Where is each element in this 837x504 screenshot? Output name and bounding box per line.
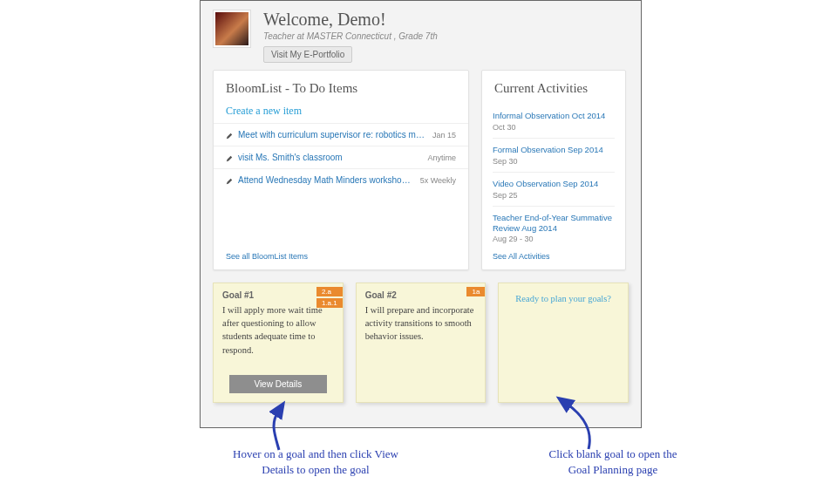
bloom-item-text[interactable]: visit Ms. Smith's classroom [238,153,422,162]
dashboard-frame: Welcome, Demo! Teacher at MASTER Connect… [200,0,642,428]
bloomlist-title: BloomList - To Do Items [214,71,468,105]
activity-item[interactable]: Video Observation Sep 2014 Sep 25 [493,172,615,206]
activity-date: Sep 25 [493,191,615,200]
activity-title[interactable]: Formal Observation Sep 2014 [493,145,615,155]
goal-card-2[interactable]: 1a Goal #2 I will prepare and incorporat… [356,283,487,403]
annotation-right: Click blank goal to open the Goal Planni… [539,446,687,477]
visit-eportfolio-button[interactable]: Visit My E-Portfolio [263,46,352,63]
activity-date: Oct 30 [493,123,615,132]
pencil-icon [226,154,233,161]
goal-card-blank[interactable]: Ready to plan your goals? [498,283,629,403]
bloom-row[interactable]: Attend Wednesday Math Minders workshops … [214,168,468,191]
goal-title: Goal #2 [365,290,477,300]
pencil-icon [226,132,233,139]
annotation-left: Hover on a goal and then click View Deta… [228,446,403,477]
activity-item[interactable]: Formal Observation Sep 2014 Sep 30 [493,138,615,172]
see-all-activities-link[interactable]: See All Activities [493,252,550,261]
goal-tags: 1a [466,287,485,296]
activity-item[interactable]: Informal Observation Oct 2014 Oct 30 [493,105,615,138]
bloom-row[interactable]: Meet with curriculum supervisor re: robo… [214,123,468,146]
activity-date: Sep 30 [493,157,615,166]
view-details-button[interactable]: View Details [229,375,327,393]
bloom-item-meta: 5x Weekly [420,176,456,185]
see-all-bloomlist-link[interactable]: See all BloomList Items [226,252,308,261]
bloom-item-text[interactable]: Meet with curriculum supervisor re: robo… [238,130,427,140]
goal-tag: 2.a [316,287,343,296]
bloom-row[interactable]: visit Ms. Smith's classroom Anytime [214,146,468,168]
pencil-icon [226,177,233,184]
goal-tag: 1a [466,287,485,296]
user-subtitle: Teacher at MASTER Connecticut , Grade 7t… [263,31,438,41]
bloomlist-card: BloomList - To Do Items Create a new ite… [213,70,469,270]
bloom-item-meta: Jan 15 [432,131,456,140]
activity-title[interactable]: Informal Observation Oct 2014 [493,111,615,121]
goal-body: I will prepare and incorporate activity … [365,303,477,344]
activities-card: Current Activities Informal Observation … [481,70,626,270]
activity-title[interactable]: Teacher End-of-Year Summative Review Aug… [493,213,615,234]
activity-item[interactable]: Teacher End-of-Year Summative Review Aug… [493,206,615,250]
header: Welcome, Demo! Teacher at MASTER Connect… [201,1,641,70]
create-item-link[interactable]: Create a new item [214,105,468,123]
bloom-item-meta: Anytime [427,153,456,162]
welcome-title: Welcome, Demo! [263,10,438,30]
activities-title: Current Activities [482,71,625,105]
goal-tag: 1.a.1 [316,298,343,308]
activity-title[interactable]: Video Observation Sep 2014 [493,179,615,189]
goals-row: 2.a 1.a.1 Goal #1 I will apply more wait… [201,270,641,415]
goal-tags: 2.a 1.a.1 [316,287,343,308]
bloom-item-text[interactable]: Attend Wednesday Math Minders workshops … [238,175,415,185]
activity-date: Aug 29 - 30 [493,235,615,243]
goal-body: I will apply more wait time after questi… [222,303,334,357]
avatar[interactable] [213,10,251,48]
blank-goal-prompt: Ready to plan your goals? [507,290,619,305]
goal-card-1[interactable]: 2.a 1.a.1 Goal #1 I will apply more wait… [213,283,344,403]
